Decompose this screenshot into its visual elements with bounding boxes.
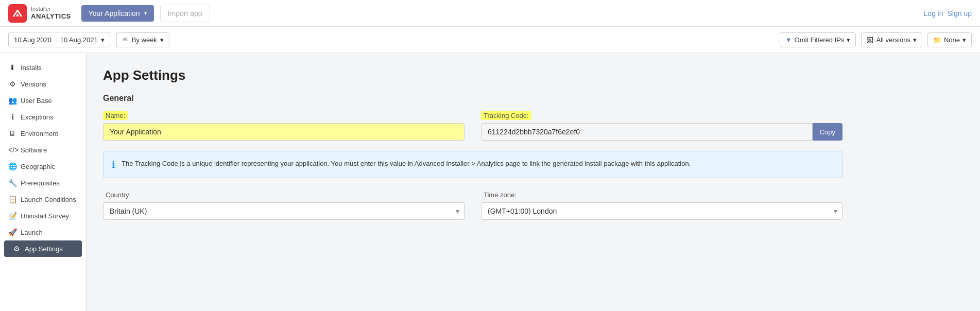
period-dropdown-icon: ▾ (160, 36, 164, 44)
name-label: Name: (103, 111, 128, 120)
import-app-button[interactable]: Import app (160, 5, 210, 22)
country-select-wrapper: Britain (UK) United States Germany Franc… (103, 202, 465, 220)
sidebar-item-label: Environment (21, 130, 58, 137)
info-text: The Tracking Code is a unique identifier… (122, 159, 691, 169)
timezone-select[interactable]: (GMT+01:00) London (GMT+00:00) UTC (GMT-… (481, 202, 843, 220)
period-selector-button[interactable]: 👁 By week ▾ (116, 32, 169, 47)
versions-dropdown-icon: ▾ (913, 36, 917, 44)
sidebar-item-uninstall-survey[interactable]: 📝 Uninstall Survey (0, 208, 86, 224)
copy-button[interactable]: Copy (813, 123, 843, 141)
sidebar-item-versions[interactable]: ⚙ Versions (0, 76, 86, 92)
filter-bar: 10 Aug 2020 - 10 Aug 2021 ▾ 👁 By week ▾ … (0, 27, 980, 53)
sidebar: ⬇ Installs ⚙ Versions 👥 User Base ℹ Exce… (0, 53, 87, 311)
userbase-icon: 👥 (8, 96, 16, 105)
none-dropdown-icon: ▾ (962, 36, 966, 44)
country-select[interactable]: Britain (UK) United States Germany Franc… (103, 202, 465, 220)
sidebar-item-label: Exceptions (21, 113, 54, 121)
section-general-title: General (103, 94, 843, 103)
content-area: App Settings General Name: Tracking Code… (87, 53, 980, 311)
app-settings-icon: ⚙ (12, 245, 21, 253)
page-title: App Settings (103, 67, 843, 83)
versions-button[interactable]: 🖼 All versions ▾ (861, 32, 922, 47)
filter-icon: ▼ (785, 36, 792, 44)
signup-link[interactable]: Sign up (948, 9, 972, 18)
tracking-code-group: Tracking Code: Copy (481, 111, 843, 141)
date-dropdown-icon: ▾ (101, 36, 105, 44)
date-divider: - (55, 36, 57, 44)
sidebar-item-label: Launch Conditions (21, 196, 76, 203)
launch-icon: 🚀 (8, 228, 16, 236)
sidebar-item-label: App Settings (25, 245, 63, 253)
tracking-code-input[interactable] (481, 123, 813, 141)
uninstall-icon: 📝 (8, 212, 16, 220)
sidebar-item-userbase[interactable]: 👥 User Base (0, 92, 86, 109)
tracking-code-label: Tracking Code: (481, 111, 531, 120)
sidebar-item-label: Installs (21, 64, 41, 72)
info-circle-icon: ℹ (112, 159, 115, 170)
folder-icon: 📁 (933, 36, 941, 44)
sidebar-item-label: Launch (21, 229, 43, 236)
date-end: 10 Aug 2021 (60, 36, 98, 44)
date-start: 10 Aug 2020 (14, 36, 51, 44)
dropdown-arrow-icon: ▾ (144, 10, 147, 16)
timezone-label: Time zone: (481, 191, 519, 199)
sidebar-item-label: Versions (21, 80, 46, 88)
sidebar-item-geographic[interactable]: 🌐 Geographic (0, 158, 86, 175)
environment-icon: 🖥 (8, 129, 16, 137)
software-icon: </> (8, 146, 16, 154)
none-button[interactable]: 📁 None ▾ (927, 32, 972, 47)
filter-bar-right: ▼ Omit Filtered IPs ▾ 🖼 All versions ▾ 📁… (780, 32, 972, 47)
auth-links: Log in Sign up (923, 9, 972, 18)
logo: Installer ANALYTICS (8, 4, 71, 23)
name-input[interactable] (103, 123, 465, 141)
name-group: Name: (103, 111, 465, 141)
sidebar-item-label: Uninstall Survey (21, 212, 69, 220)
timezone-group: Time zone: (GMT+01:00) London (GMT+00:00… (481, 191, 843, 220)
timezone-select-wrapper: (GMT+01:00) London (GMT+00:00) UTC (GMT-… (481, 202, 843, 220)
omit-ips-dropdown-icon: ▾ (847, 36, 850, 44)
installs-icon: ⬇ (8, 63, 16, 72)
country-timezone-row: Country: Britain (UK) United States Germ… (103, 191, 843, 220)
country-label: Country: (103, 191, 133, 199)
sidebar-item-prerequisites[interactable]: 🔧 Prerequisites (0, 175, 86, 191)
omit-ips-button[interactable]: ▼ Omit Filtered IPs ▾ (780, 32, 856, 47)
eye-icon: 👁 (122, 36, 129, 44)
prerequisites-icon: 🔧 (8, 179, 16, 187)
sidebar-item-label: Geographic (21, 163, 55, 170)
info-box: ℹ The Tracking Code is a unique identifi… (103, 151, 843, 178)
name-tracking-row: Name: Tracking Code: Copy (103, 111, 843, 141)
date-range-button[interactable]: 10 Aug 2020 - 10 Aug 2021 ▾ (8, 32, 110, 47)
sidebar-item-exceptions[interactable]: ℹ Exceptions (0, 109, 86, 125)
country-group: Country: Britain (UK) United States Germ… (103, 191, 465, 220)
login-link[interactable]: Log in (923, 9, 943, 18)
sidebar-item-label: User Base (21, 97, 52, 105)
geographic-icon: 🌐 (8, 162, 16, 170)
sidebar-item-environment[interactable]: 🖥 Environment (0, 125, 86, 142)
sidebar-item-launch-conditions[interactable]: 📋 Launch Conditions (0, 191, 86, 208)
launch-conditions-icon: 📋 (8, 195, 16, 203)
sidebar-item-label: Prerequisites (21, 179, 60, 187)
versions-icon: 🖼 (867, 36, 873, 44)
app-selector-button[interactable]: Your Application ▾ (81, 5, 154, 22)
sidebar-item-label: Software (21, 146, 47, 154)
versions-icon: ⚙ (8, 80, 16, 88)
logo-icon (8, 4, 27, 23)
sidebar-item-installs[interactable]: ⬇ Installs (0, 59, 86, 76)
tracking-code-wrapper: Copy (481, 123, 843, 141)
exceptions-icon: ℹ (8, 113, 16, 121)
sidebar-item-launch[interactable]: 🚀 Launch (0, 224, 86, 240)
sidebar-item-app-settings[interactable]: ⚙ App Settings (4, 240, 82, 257)
sidebar-item-software[interactable]: </> Software (0, 142, 86, 158)
logo-text: Installer ANALYTICS (31, 6, 71, 21)
